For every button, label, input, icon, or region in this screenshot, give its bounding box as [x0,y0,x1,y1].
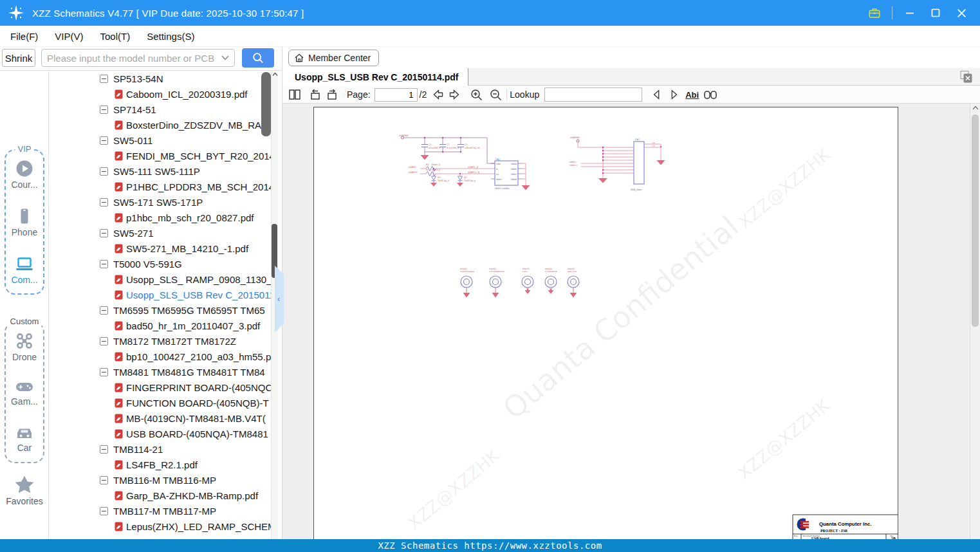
tree-group-row[interactable]: TM8481 TM8481G TM8481T TM84 [49,364,271,380]
tree-file-row[interactable]: bad50_hr_1m_20110407_3.pdf [49,318,271,333]
tree-file-row[interactable]: P1HBC_LPDDR3_MB_SCH_20140 [49,179,271,194]
collapse-icon[interactable] [100,167,108,176]
collapse-icon[interactable] [100,198,108,207]
shrink-button[interactable]: Shrink [2,49,35,67]
tree-scrollbar-thumb[interactable] [261,72,271,136]
tree-file-row[interactable]: Usopp_SLS_USB Rev C_20150114 [49,287,271,302]
sidebar-item-favorites[interactable]: Favorites [0,475,49,506]
tree-file-label: Caboom_ICL_20200319.pdf [126,89,247,100]
lookup-input[interactable] [544,87,642,102]
menu-tool[interactable]: Tool(T) [100,31,131,42]
sidebar-item-drone[interactable]: Drone [12,332,37,362]
zoom-in-icon[interactable] [468,87,485,102]
dual-page-icon[interactable] [286,87,303,102]
sidebar-item-car[interactable]: Car [15,425,34,453]
collapse-icon[interactable] [100,306,108,315]
tree-file-row[interactable]: LS4FB_R2.1.pdf [49,457,271,472]
tree-group-row[interactable]: TM6595 TM6595G TM6595T TM65 [49,302,271,318]
minimize-icon[interactable] [901,5,918,21]
collapse-icon[interactable] [100,368,108,376]
license-bag-icon[interactable] [866,5,883,21]
tree-group-row[interactable]: SW5-011 [49,133,271,148]
tree-file-row[interactable]: p1hbc_mb_sch_r20_0827.pdf [49,210,271,225]
viewer-scrollbar-thumb[interactable] [972,115,979,327]
tree-file-row[interactable]: SW5-271_MB_14210_-1.pdf [49,241,271,256]
pdf-file-icon [115,414,123,423]
chevron-down-icon[interactable] [221,55,229,60]
collapse-panel-handle[interactable]: ‹ [275,266,284,333]
category-sidebar: VIP Cour... Phone Com... Custom [0,71,49,539]
tree-group-row[interactable]: SW5-271 [49,225,271,241]
find-prev-icon[interactable] [649,87,665,102]
compare-icon[interactable] [702,87,719,102]
tree-file-row[interactable]: Garp_BA-ZHKD-MB-Ramp.pdf [49,488,271,503]
svg-text:R2: R2 [426,169,429,171]
tree-file-label: Lepus(ZHX)_LED_RAMP_SCHEM [126,521,271,532]
sidebar-item-course[interactable]: Cour... [11,160,37,190]
tree-group-row[interactable]: TMB114-21 [49,441,271,457]
tree-file-row[interactable]: bp10_100427_2100_a03_hm55.p [49,349,271,364]
svg-text:0.1u/16V_4: 0.1u/16V_4 [447,147,459,149]
zoom-out-icon[interactable] [487,87,504,102]
close-tabs-icon[interactable] [959,70,973,84]
page-back-icon[interactable] [429,87,446,102]
collapse-icon[interactable] [100,507,108,515]
svg-text:Size: Size [794,535,798,537]
collapse-icon[interactable] [100,75,108,83]
svg-text:USBP3+_R: USBP3+_R [468,171,480,174]
page-number-input[interactable] [374,88,418,102]
drone-icon [15,332,33,350]
tree-file-row[interactable]: Usopp_SLS_ RAMP_0908_1130_E [49,271,271,287]
collapse-icon[interactable] [100,476,108,484]
sidebar-item-computer[interactable]: Com... [11,255,37,285]
tree-file-row[interactable]: MB-(4019CN)-TM8481-MB.V4T( [49,410,271,426]
find-next-icon[interactable] [665,87,682,102]
tree-group-row[interactable]: TMB117-M TMB117-MP [49,503,271,519]
page-forward-icon[interactable] [446,87,463,102]
lookup-label: Lookup [510,89,539,100]
tree-file-row[interactable]: FUNCTION BOARD-(405NQB)-T [49,395,271,410]
svg-text:HOLE1: HOLE1 [460,268,467,270]
search-button[interactable] [242,48,274,68]
tree-file-row[interactable]: FENDI_MB_SCH_BYT_R20_20140 [49,148,271,163]
search-input[interactable] [42,53,221,64]
menu-settings[interactable]: Settings(S) [147,31,194,42]
menu-vip[interactable]: VIP(V) [55,31,83,42]
collapse-icon[interactable] [100,229,108,237]
document-tab[interactable]: Usopp_SLS_USB Rev C_20150114.pdf [282,68,468,86]
sidebar-item-game[interactable]: Gam... [11,380,38,407]
tree-file-row[interactable]: BoxsterDino_ZDSZDV_MB_RAM [49,117,271,133]
tree-group-row[interactable]: SW5-171 SW5-171P [49,194,271,210]
collapse-icon[interactable] [100,445,108,454]
tree-file-row[interactable]: USB BOARD-(405NQA)-TM8481 [49,426,271,441]
tree-file-row[interactable]: Caboom_ICL_20200319.pdf [49,86,271,102]
pdf-file-icon [115,460,123,470]
vip-section-label: VIP [15,144,34,154]
menu-file[interactable]: File(F) [10,31,38,42]
sidebar-item-phone[interactable]: Phone [12,207,37,237]
rotate-cw-icon[interactable] [324,87,340,102]
tree-group-row[interactable]: SP513-54N [49,71,271,86]
close-icon[interactable] [953,5,970,21]
status-bar: XZZ Schematics https://www.xzztools.com [0,539,980,552]
tree-file-row[interactable]: FINGERPRINT BOARD-(405NQC [49,380,271,395]
scroll-up-icon[interactable] [272,72,278,77]
tree-group-row[interactable]: SW5-111 SW5-111P [49,163,271,179]
rotate-ccw-icon[interactable] [307,87,324,102]
collapse-icon[interactable] [100,260,108,268]
svg-text:HOLE5: HOLE5 [568,268,575,270]
collapse-icon[interactable] [100,106,108,114]
tree-group-row[interactable]: T5000 V5-591G [49,256,271,271]
match-case-icon[interactable]: Abi [682,90,702,100]
collapse-icon[interactable] [100,337,108,345]
maximize-icon[interactable] [927,5,944,21]
svg-text:HOLE2: HOLE2 [489,268,496,270]
tree-file-row[interactable]: Lepus(ZHX)_LED_RAMP_SCHEM [49,519,271,534]
collapse-icon[interactable] [100,136,108,145]
phone-icon [15,207,33,225]
tree-group-row[interactable]: TMB116-M TMB116-MP [49,472,271,488]
tree-group-row[interactable]: TM8172 TM8172T TM8172Z [49,333,271,349]
scroll-up-icon[interactable] [972,106,979,111]
tree-group-row[interactable]: SP714-51 [49,102,271,117]
member-center-button[interactable]: Member Center [288,50,379,66]
